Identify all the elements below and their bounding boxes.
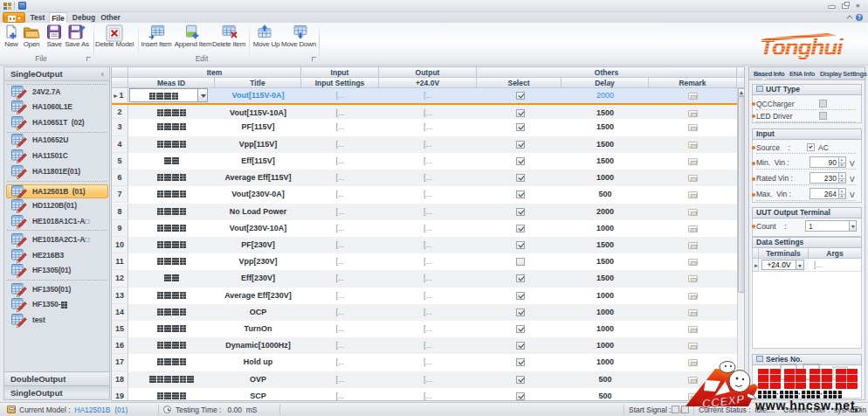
- svg-text:Tonghui: Tonghui: [760, 34, 844, 59]
